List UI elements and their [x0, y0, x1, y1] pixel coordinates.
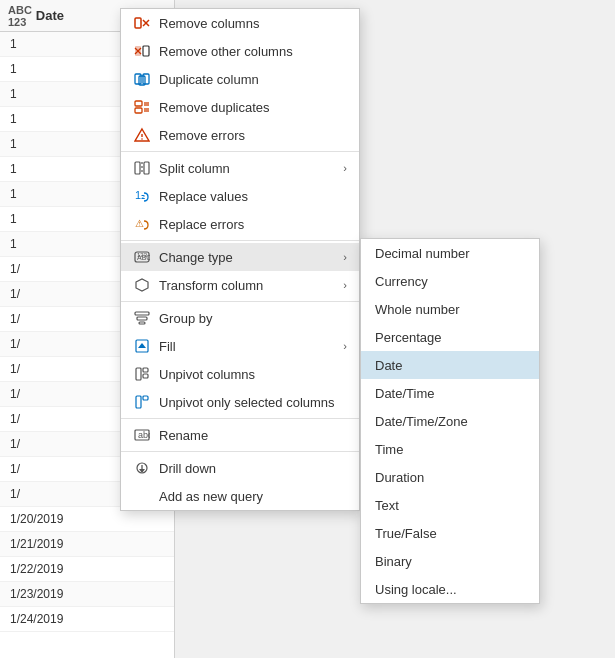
remove-duplicates-icon [133, 98, 151, 116]
submenu-item-text[interactable]: Text [361, 491, 539, 519]
add-as-new-query-icon [133, 487, 151, 505]
menu-item-remove-errors[interactable]: Remove errors [121, 121, 359, 149]
fill-arrow: › [343, 340, 347, 352]
submenu-label-whole-number: Whole number [375, 302, 460, 317]
group-by-icon [133, 309, 151, 327]
submenu-item-date[interactable]: Date [361, 351, 539, 379]
fill-icon [133, 337, 151, 355]
menu-item-split-column[interactable]: Split column › [121, 154, 359, 182]
remove-errors-icon [133, 126, 151, 144]
svg-point-18 [141, 138, 143, 140]
svg-rect-32 [136, 368, 141, 380]
duplicate-column-icon [133, 70, 151, 88]
table-row: 1/23/2019 [0, 582, 174, 607]
unpivot-only-selected-icon [133, 393, 151, 411]
submenu-item-using-locale[interactable]: Using locale... [361, 575, 539, 603]
submenu-item-time[interactable]: Time [361, 435, 539, 463]
menu-label-remove-errors: Remove errors [159, 128, 347, 143]
submenu-item-percentage[interactable]: Percentage [361, 323, 539, 351]
svg-rect-20 [144, 162, 149, 174]
menu-item-drill-down[interactable]: Drill down [121, 454, 359, 482]
submenu-label-true-false: True/False [375, 526, 437, 541]
submenu-item-true-false[interactable]: True/False [361, 519, 539, 547]
submenu-label-duration: Duration [375, 470, 424, 485]
submenu-label-decimal-number: Decimal number [375, 246, 470, 261]
menu-label-change-type: Change type [159, 250, 335, 265]
split-column-arrow: › [343, 162, 347, 174]
menu-divider-1 [121, 151, 359, 152]
menu-label-transform-column: Transform column [159, 278, 335, 293]
svg-rect-35 [136, 396, 141, 408]
submenu-item-decimal-number[interactable]: Decimal number [361, 239, 539, 267]
svg-text:abc: abc [138, 430, 150, 440]
submenu-label-percentage: Percentage [375, 330, 442, 345]
menu-item-replace-errors[interactable]: ⚠ Replace errors [121, 210, 359, 238]
menu-label-unpivot-only-selected: Unpivot only selected columns [159, 395, 347, 410]
menu-label-unpivot-columns: Unpivot columns [159, 367, 347, 382]
menu-label-split-column: Split column [159, 161, 335, 176]
change-type-arrow: › [343, 251, 347, 263]
submenu-label-text: Text [375, 498, 399, 513]
remove-other-columns-icon [133, 42, 151, 60]
submenu-item-binary[interactable]: Binary [361, 547, 539, 575]
menu-label-rename: Rename [159, 428, 347, 443]
menu-item-change-type[interactable]: ABC123 Change type › [121, 243, 359, 271]
menu-item-rename[interactable]: abc Rename [121, 421, 359, 449]
svg-text:123: 123 [137, 252, 148, 258]
svg-rect-11 [135, 108, 142, 113]
submenu-label-time: Time [375, 442, 403, 457]
table-row: 1/21/2019 [0, 532, 174, 557]
submenu-label-datetime: Date/Time [375, 386, 434, 401]
menu-label-remove-columns: Remove columns [159, 16, 347, 31]
menu-label-remove-duplicates: Remove duplicates [159, 100, 347, 115]
menu-label-replace-values: Replace values [159, 189, 347, 204]
menu-label-duplicate-column: Duplicate column [159, 72, 347, 87]
svg-rect-0 [135, 18, 141, 28]
col-type-icon: ABC123 [8, 4, 32, 28]
remove-columns-icon [133, 14, 151, 32]
menu-label-add-as-new-query: Add as new query [159, 489, 347, 504]
svg-rect-19 [135, 162, 140, 174]
menu-item-unpivot-columns[interactable]: Unpivot columns [121, 360, 359, 388]
transform-column-arrow: › [343, 279, 347, 291]
rename-icon: abc [133, 426, 151, 444]
menu-item-add-as-new-query[interactable]: Add as new query [121, 482, 359, 510]
svg-rect-29 [139, 322, 145, 324]
submenu-item-duration[interactable]: Duration [361, 463, 539, 491]
svg-text:⚠: ⚠ [135, 218, 144, 229]
menu-label-fill: Fill [159, 339, 335, 354]
transform-column-icon [133, 276, 151, 294]
submenu-item-datetimezone[interactable]: Date/Time/Zone [361, 407, 539, 435]
menu-item-duplicate-column[interactable]: Duplicate column [121, 65, 359, 93]
submenu-item-datetime[interactable]: Date/Time [361, 379, 539, 407]
menu-divider-3 [121, 301, 359, 302]
replace-values-icon: 1₂ [133, 187, 151, 205]
menu-item-remove-other-columns[interactable]: Remove other columns [121, 37, 359, 65]
menu-divider-4 [121, 418, 359, 419]
menu-item-fill[interactable]: Fill › [121, 332, 359, 360]
drill-down-icon [133, 459, 151, 477]
menu-item-remove-columns[interactable]: Remove columns [121, 9, 359, 37]
svg-marker-31 [138, 343, 146, 348]
context-menu: Remove columns Remove other columns Dupl… [120, 8, 360, 511]
menu-item-replace-values[interactable]: 1₂ Replace values [121, 182, 359, 210]
menu-item-group-by[interactable]: Group by [121, 304, 359, 332]
svg-text:1₂: 1₂ [135, 189, 145, 201]
table-row: 1/24/2019 [0, 607, 174, 632]
menu-item-remove-duplicates[interactable]: Remove duplicates [121, 93, 359, 121]
svg-rect-28 [137, 317, 147, 320]
submenu-item-currency[interactable]: Currency [361, 267, 539, 295]
unpivot-columns-icon [133, 365, 151, 383]
col-name: Date [36, 8, 64, 23]
menu-item-transform-column[interactable]: Transform column › [121, 271, 359, 299]
menu-divider-2 [121, 240, 359, 241]
table-row: 1/22/2019 [0, 557, 174, 582]
change-type-icon: ABC123 [133, 248, 151, 266]
submenu-item-whole-number[interactable]: Whole number [361, 295, 539, 323]
svg-rect-34 [143, 374, 148, 378]
menu-label-remove-other-columns: Remove other columns [159, 44, 347, 59]
menu-label-group-by: Group by [159, 311, 347, 326]
menu-item-unpivot-only-selected[interactable]: Unpivot only selected columns [121, 388, 359, 416]
svg-rect-27 [135, 312, 149, 315]
split-column-icon [133, 159, 151, 177]
